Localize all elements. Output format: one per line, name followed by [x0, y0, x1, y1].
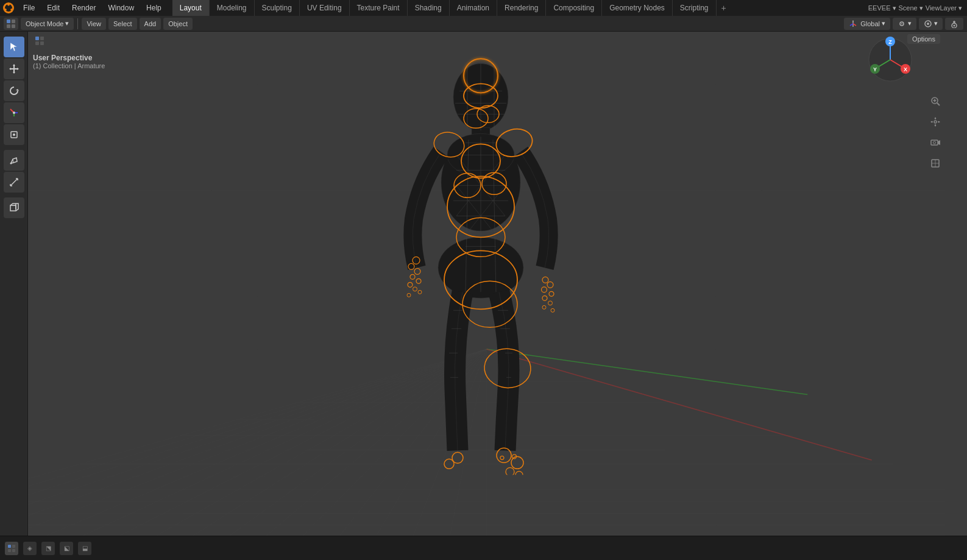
snap-toggle[interactable]: ▾ — [919, 18, 943, 30]
svg-rect-7 — [7, 24, 10, 28]
menu-window[interactable]: Window — [102, 0, 140, 16]
menu-edit[interactable]: Edit — [41, 0, 66, 16]
svg-marker-21 — [10, 43, 17, 51]
menu-file[interactable]: File — [17, 0, 41, 16]
select-menu[interactable]: Select — [108, 18, 137, 30]
svg-rect-68 — [931, 140, 938, 145]
svg-point-14 — [901, 23, 902, 24]
status-icon-3[interactable]: ⬔ — [41, 542, 55, 555]
status-icon-5[interactable]: ⬓ — [78, 542, 91, 555]
tab-animation[interactable]: Animation — [450, 0, 497, 16]
svg-point-137 — [551, 308, 554, 312]
transform-tool[interactable] — [4, 124, 24, 145]
svg-text:Y: Y — [873, 66, 877, 73]
svg-point-141 — [506, 467, 514, 475]
svg-rect-42 — [10, 205, 16, 211]
viewport-icon[interactable] — [4, 18, 18, 30]
measure-tool[interactable] — [4, 172, 24, 193]
svg-point-3 — [4, 9, 7, 11]
svg-point-67 — [934, 121, 937, 123]
tab-modeling[interactable]: Modeling — [210, 0, 255, 16]
svg-point-142 — [515, 471, 523, 475]
character-figure — [359, 48, 615, 477]
cursor-tool[interactable] — [4, 37, 24, 57]
svg-rect-46 — [40, 37, 44, 40]
add-menu[interactable]: Add — [140, 18, 161, 30]
zoom-icon[interactable] — [927, 93, 944, 110]
svg-marker-66 — [938, 121, 940, 123]
viewport[interactable]: User Perspective (1) Collection | Armatu… — [28, 32, 945, 536]
svg-point-135 — [548, 300, 552, 305]
app-logo — [0, 0, 17, 16]
tab-scripting[interactable]: Scripting — [673, 0, 717, 16]
svg-rect-5 — [7, 19, 10, 23]
toolbar-sep-1 — [77, 18, 78, 29]
svg-point-131 — [547, 282, 553, 288]
engine-selector[interactable]: EEVEE ▾ — [868, 4, 896, 12]
rotate-tool[interactable] — [4, 80, 24, 101]
viewport-top-strip — [28, 32, 945, 50]
svg-line-60 — [937, 103, 940, 105]
annotate-tool[interactable] — [4, 150, 24, 171]
add-object-tool[interactable] — [4, 197, 24, 218]
status-icon-2[interactable]: ◈ — [23, 542, 37, 555]
svg-point-133 — [549, 291, 554, 296]
svg-text:X: X — [904, 66, 907, 73]
svg-point-136 — [542, 305, 546, 309]
svg-point-127 — [413, 286, 417, 291]
add-workspace-button[interactable]: + — [717, 0, 731, 16]
svg-marker-24 — [13, 64, 15, 66]
move-tool[interactable] — [4, 58, 24, 79]
svg-point-143 — [500, 456, 504, 459]
header-toolbar: Object Mode ▾ View Select Add Object Glo… — [0, 16, 967, 32]
viewport-right-controls — [927, 93, 944, 172]
camera-view-icon[interactable] — [927, 134, 944, 151]
tab-compositing[interactable]: Compositing — [546, 0, 602, 16]
menu-help[interactable]: Help — [140, 0, 168, 16]
svg-point-70 — [933, 141, 936, 144]
right-icon-bar — [945, 32, 967, 536]
tab-sculpting[interactable]: Sculpting — [255, 0, 300, 16]
tab-texture-paint[interactable]: Texture Paint — [350, 0, 408, 16]
svg-point-36 — [10, 163, 12, 165]
view-layer-selector[interactable]: ViewLayer ▾ — [926, 4, 962, 12]
tab-geometry-nodes[interactable]: Geometry Nodes — [602, 0, 673, 16]
object-menu[interactable]: Object — [163, 18, 193, 30]
svg-rect-48 — [40, 41, 44, 45]
svg-point-123 — [414, 268, 420, 274]
scene-selector[interactable]: Scene ▾ — [899, 4, 923, 12]
scale-tool[interactable] — [4, 102, 24, 123]
svg-point-18 — [954, 24, 955, 26]
svg-point-32 — [13, 112, 15, 114]
svg-rect-147 — [8, 545, 11, 548]
svg-point-126 — [408, 282, 413, 287]
top-menu-items: File Edit Render Window Help — [17, 0, 168, 16]
tab-rendering[interactable]: Rendering — [497, 0, 546, 16]
svg-marker-28 — [16, 89, 19, 91]
status-icon-4[interactable]: ⬕ — [60, 542, 73, 555]
svg-point-125 — [416, 278, 421, 283]
top-menu-bar: File Edit Render Window Help Layout Mode… — [0, 0, 967, 16]
pan-icon[interactable] — [927, 113, 944, 130]
svg-rect-45 — [35, 37, 39, 40]
toolbar-right: Global ▾ ▾ ▾ — [844, 18, 963, 30]
proportional-edit[interactable] — [945, 18, 963, 30]
svg-rect-149 — [8, 549, 11, 552]
tab-layout[interactable]: Layout — [172, 0, 210, 16]
object-mode-selector[interactable]: Object Mode ▾ — [21, 18, 74, 30]
svg-marker-27 — [17, 68, 19, 70]
viewport-type-icon[interactable] — [33, 34, 46, 48]
view-menu[interactable]: View — [82, 18, 106, 30]
status-icon-1[interactable] — [5, 542, 18, 555]
ortho-view-icon[interactable] — [927, 155, 944, 172]
tab-uv-editing[interactable]: UV Editing — [300, 0, 350, 16]
status-bar-icons: ◈ ⬔ ⬕ ⬓ — [5, 542, 91, 555]
svg-rect-148 — [12, 545, 15, 548]
nav-gizmo[interactable]: Z X Y — [866, 35, 915, 84]
transform-orient[interactable]: Global ▾ — [844, 18, 890, 30]
workspace-tabs: Layout Modeling Sculpting UV Editing Tex… — [172, 0, 731, 16]
svg-point-146 — [444, 459, 454, 469]
menu-render[interactable]: Render — [66, 0, 102, 16]
pivot-selector[interactable]: ▾ — [893, 18, 916, 30]
tab-shading[interactable]: Shading — [408, 0, 450, 16]
